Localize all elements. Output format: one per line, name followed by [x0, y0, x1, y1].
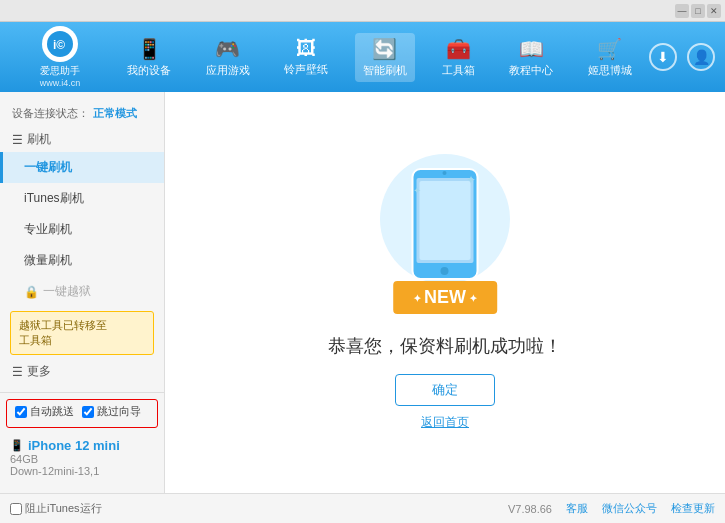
svg-point-6	[443, 171, 447, 175]
footer-service[interactable]: 客服	[566, 501, 588, 516]
main-content: 设备连接状态： 正常模式 ☰ 刷机 一键刷机 iTunes刷机 专业刷机 微量刷…	[0, 92, 725, 493]
tutorial-icon: 📖	[519, 37, 544, 61]
title-bar: — □ ✕	[0, 0, 725, 22]
phone-wrapper: ✦ ✦ NEW	[375, 154, 515, 314]
sidebar-item-one-click-flash[interactable]: 一键刷机	[0, 152, 164, 183]
nav-label: 应用游戏	[206, 63, 250, 78]
phone-svg: ✦ ✦	[408, 164, 483, 288]
account-button[interactable]: 👤	[687, 43, 715, 71]
sidebar-footer: 自动跳送 跳过向导 📱 iPhone 12 mini 64GB	[0, 392, 164, 485]
stop-itunes-checkbox[interactable]: 阻止iTunes运行	[10, 501, 102, 516]
lock-icon: 🔒	[24, 285, 39, 299]
device-name: iPhone 12 mini	[28, 438, 120, 453]
nav-label: 我的设备	[127, 63, 171, 78]
svg-text:i©: i©	[53, 38, 65, 52]
sidebar-item-data-flash[interactable]: 微量刷机	[0, 245, 164, 276]
device-status: 设备连接状态： 正常模式	[0, 100, 164, 127]
sidebar-item-other-tools[interactable]: 其他工具	[0, 384, 164, 392]
nav-label: 姬思博城	[588, 63, 632, 78]
nav-ringtone[interactable]: 🖼 铃声壁纸	[276, 33, 336, 81]
store-icon: 🛒	[597, 37, 622, 61]
nav-apps-games[interactable]: 🎮 应用游戏	[198, 33, 258, 82]
sidebar-item-jailbreak: 🔒 一键越狱	[0, 276, 164, 307]
new-badge: NEW	[393, 281, 497, 314]
skip-wizard-input[interactable]	[82, 406, 94, 418]
svg-rect-4	[420, 181, 471, 260]
nav-label: 工具箱	[442, 63, 475, 78]
nav-label: 教程中心	[509, 63, 553, 78]
jailbreak-label: 一键越狱	[43, 283, 91, 300]
device-info: 📱 iPhone 12 mini 64GB Down-12mini-13,1	[0, 434, 164, 481]
sidebar: 设备连接状态： 正常模式 ☰ 刷机 一键刷机 iTunes刷机 专业刷机 微量刷…	[0, 92, 165, 493]
illustration-area: ✦ ✦ NEW	[375, 154, 515, 314]
device-phone-icon: 📱	[10, 439, 24, 452]
more-icon: ☰	[12, 365, 23, 379]
nav-tutorial[interactable]: 📖 教程中心	[501, 33, 561, 82]
logo-area: i© 爱思助手 www.i4.cn	[10, 26, 110, 88]
logo-text: 爱思助手 www.i4.cn	[40, 64, 81, 88]
auto-send-input[interactable]	[15, 406, 27, 418]
status-label: 设备连接状态：	[12, 106, 89, 121]
svg-text:✦: ✦	[466, 173, 476, 187]
download-button[interactable]: ⬇	[649, 43, 677, 71]
section-flash: ☰ 刷机	[0, 127, 164, 152]
device-icon: 📱	[137, 37, 162, 61]
jailbreak-warning: 越狱工具已转移至工具箱	[10, 311, 154, 355]
warning-text: 越狱工具已转移至工具箱	[19, 319, 107, 346]
section-flash-label: 刷机	[27, 131, 51, 148]
nav-smart-flash[interactable]: 🔄 智能刷机	[355, 33, 415, 82]
skip-wizard-checkbox[interactable]: 跳过向导	[82, 404, 141, 419]
sidebar-wrapper: 设备连接状态： 正常模式 ☰ 刷机 一键刷机 iTunes刷机 专业刷机 微量刷…	[0, 100, 164, 485]
toolbox-icon: 🧰	[446, 37, 471, 61]
logo-icon: i©	[42, 26, 78, 62]
confirm-button[interactable]: 确定	[395, 374, 495, 406]
device-capacity: 64GB	[10, 453, 154, 465]
ringtone-icon: 🖼	[296, 37, 316, 60]
right-panel: ✦ ✦ NEW 恭喜您，保资料刷机成功啦！ 确定 返回首页	[165, 92, 725, 493]
apps-icon: 🎮	[215, 37, 240, 61]
footer-check-update[interactable]: 检查更新	[671, 501, 715, 516]
sidebar-item-itunes-flash[interactable]: iTunes刷机	[0, 183, 164, 214]
svg-point-5	[441, 267, 449, 275]
auto-send-label: 自动跳送	[30, 404, 74, 419]
nav-my-device[interactable]: 📱 我的设备	[119, 33, 179, 82]
nav-label: 智能刷机	[363, 63, 407, 78]
footer-right: V7.98.66 客服 微信公众号 检查更新	[508, 501, 715, 516]
nav-right: ⬇ 👤	[649, 43, 715, 71]
stop-itunes-input[interactable]	[10, 503, 22, 515]
svg-text:✦: ✦	[413, 185, 421, 196]
section-more: ☰ 更多	[0, 359, 164, 384]
header: i© 爱思助手 www.i4.cn 📱 我的设备 🎮 应用游戏 🖼 铃声壁纸 🔄…	[0, 22, 725, 92]
skip-wizard-label: 跳过向导	[97, 404, 141, 419]
auto-send-checkbox[interactable]: 自动跳送	[15, 404, 74, 419]
nav-toolbox[interactable]: 🧰 工具箱	[434, 33, 483, 82]
footer-wechat[interactable]: 微信公众号	[602, 501, 657, 516]
sidebar-item-pro-flash[interactable]: 专业刷机	[0, 214, 164, 245]
nav-items: 📱 我的设备 🎮 应用游戏 🖼 铃声壁纸 🔄 智能刷机 🧰 工具箱 📖 教程中心…	[110, 33, 649, 82]
checkbox-container: 自动跳送 跳过向导	[6, 399, 158, 428]
checkbox-row: 自动跳送 跳过向导	[15, 404, 149, 419]
go-back-link[interactable]: 返回首页	[421, 414, 469, 431]
close-button[interactable]: ✕	[707, 4, 721, 18]
sidebar-scroll: 设备连接状态： 正常模式 ☰ 刷机 一键刷机 iTunes刷机 专业刷机 微量刷…	[0, 100, 164, 392]
nav-store[interactable]: 🛒 姬思博城	[580, 33, 640, 82]
device-firmware: Down-12mini-13,1	[10, 465, 154, 477]
maximize-button[interactable]: □	[691, 4, 705, 18]
flash-icon: 🔄	[372, 37, 397, 61]
footer-left: 阻止iTunes运行	[10, 501, 508, 516]
nav-label: 铃声壁纸	[284, 62, 328, 77]
section-flash-icon: ☰	[12, 133, 23, 147]
success-text: 恭喜您，保资料刷机成功啦！	[328, 334, 562, 358]
section-more-label: 更多	[27, 363, 51, 380]
footer-version: V7.98.66	[508, 503, 552, 515]
stop-itunes-label: 阻止iTunes运行	[25, 501, 102, 516]
footer: 阻止iTunes运行 V7.98.66 客服 微信公众号 检查更新	[0, 493, 725, 523]
minimize-button[interactable]: —	[675, 4, 689, 18]
status-value: 正常模式	[93, 106, 137, 121]
